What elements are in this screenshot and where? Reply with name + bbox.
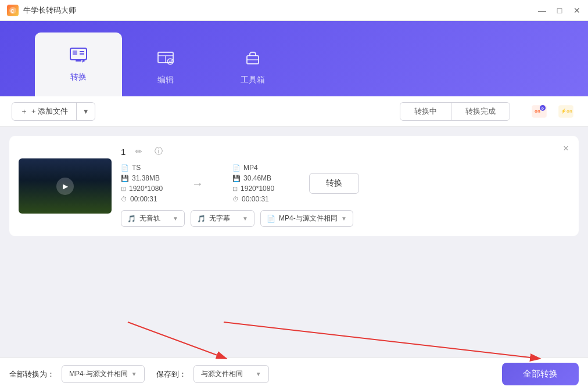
tab-edit-label: 编辑 <box>157 75 174 85</box>
out-res-icon: ⊡ <box>232 185 238 193</box>
audio-arrow: ▼ <box>173 215 178 222</box>
file-info-area: 1 ✏ ⓘ 📄 TS 💾 31.38MB ⊡ <box>121 145 569 227</box>
convert-all-button[interactable]: 全部转换 <box>502 363 579 385</box>
source-duration: ⏱ 00:00:31 <box>121 195 163 203</box>
tab-toolbox-label: 工具箱 <box>241 75 265 85</box>
audio-track-select[interactable]: 🎵 无音轨 ▼ <box>121 210 185 227</box>
bottom-bar: 全部转换为： MP4-与源文件相同 ▼ 保存到： 与源文件相同 ▼ 全部转换 <box>0 358 588 390</box>
direction-arrow: → <box>192 177 203 190</box>
toolbar: ＋ + 添加文件 ▼ 转换中 转换完成 on ⚙ ⚡on <box>0 96 588 127</box>
toolbar-right: on ⚙ ⚡on <box>529 101 576 122</box>
add-file-dropdown-arrow[interactable]: ▼ <box>77 103 95 120</box>
source-format: 📄 TS <box>121 164 163 172</box>
arrow-block: → <box>186 177 209 190</box>
maximize-button[interactable]: □ <box>555 6 564 15</box>
output-name-select[interactable]: 📄 MP4-与源文件相同 ▼ <box>260 210 353 227</box>
single-convert-button[interactable]: 转换 <box>309 173 359 194</box>
app-title: 牛学长转码大师 <box>23 5 76 16</box>
tab-converted[interactable]: 转换完成 <box>451 103 510 120</box>
svg-text:⚙: ⚙ <box>541 107 544 110</box>
svg-point-7 <box>167 59 173 64</box>
source-meta: 📄 TS 💾 31.38MB ⊡ 1920*1080 ⏱ 00:00:31 <box>121 164 163 203</box>
svg-text:on: on <box>535 109 540 114</box>
output-duration: ⏱ 00:00:31 <box>232 195 274 203</box>
play-button[interactable]: ▶ <box>56 178 74 195</box>
output-meta: 📄 MP4 💾 30.46MB ⊡ 1920*1080 ⏱ 00:00:31 <box>232 164 274 203</box>
save-label: 保存到： <box>156 369 187 380</box>
schedule-icon-btn[interactable]: on ⚙ <box>529 101 550 122</box>
file-meta-row: 📄 TS 💾 31.38MB ⊡ 1920*1080 ⏱ 00:00:31 <box>121 164 569 203</box>
output-file-icon: 📄 <box>267 215 275 223</box>
tab-edit[interactable]: 编辑 <box>122 38 209 96</box>
minimize-button[interactable]: — <box>538 6 546 15</box>
svg-text:C: C <box>10 8 15 14</box>
out-dur-icon: ⏱ <box>232 196 239 203</box>
status-tab-group: 转换中 转换完成 <box>400 102 510 121</box>
title-bar-left: C 牛学长转码大师 <box>7 5 76 16</box>
audio-icon: 🎵 <box>127 215 136 223</box>
title-bar-controls: — □ ✕ <box>538 6 581 15</box>
add-file-button[interactable]: ＋ + 添加文件 ▼ <box>12 102 95 121</box>
close-button[interactable]: ✕ <box>573 6 581 15</box>
toolbox-icon <box>243 50 262 70</box>
res-icon: ⊡ <box>121 185 126 193</box>
dur-icon: ⏱ <box>121 196 127 203</box>
app-logo: C <box>7 5 19 16</box>
convert-icon <box>69 47 88 67</box>
format-arrow: ▼ <box>131 371 137 377</box>
file-card: ▶ 1 ✏ ⓘ 📄 TS 💾 31.38MB <box>9 136 579 236</box>
plus-icon: ＋ <box>20 106 28 117</box>
header-nav: 转换 编辑 工具箱 <box>0 21 588 96</box>
tab-toolbox[interactable]: 工具箱 <box>209 38 296 96</box>
save-arrow: ▼ <box>256 371 261 377</box>
file-info-header: 1 ✏ ⓘ <box>121 145 569 158</box>
tab-convert[interactable]: 转换 <box>35 32 122 96</box>
close-card-button[interactable]: × <box>560 143 572 154</box>
size-icon: 💾 <box>121 175 129 182</box>
subtitle-select[interactable]: 🎵 无字幕 ▼ <box>191 210 254 227</box>
edit-file-icon[interactable]: ✏ <box>132 145 145 158</box>
save-path-select[interactable]: 与源文件相同 ▼ <box>193 365 269 383</box>
subtitle-icon: 🎵 <box>197 215 206 223</box>
out-size-icon: 💾 <box>232 175 241 182</box>
main-content: ▶ 1 ✏ ⓘ 📄 TS 💾 31.38MB <box>0 127 588 358</box>
output-resolution: ⊡ 1920*1080 <box>232 185 274 193</box>
file-dropdowns: 🎵 无音轨 ▼ 🎵 无字幕 ▼ 📄 MP4-与源文件相同 ▼ <box>121 210 569 227</box>
title-bar: C 牛学长转码大师 — □ ✕ <box>0 0 588 21</box>
add-file-main[interactable]: ＋ + 添加文件 <box>12 103 77 120</box>
file-thumbnail[interactable]: ▶ <box>19 158 112 214</box>
tab-converting[interactable]: 转换中 <box>400 103 451 120</box>
convert-all-format-select[interactable]: MP4-与源文件相同 ▼ <box>62 365 145 383</box>
info-file-icon[interactable]: ⓘ <box>152 145 165 158</box>
source-size: 💾 31.38MB <box>121 174 163 182</box>
convert-all-label: 全部转换为： <box>9 369 55 380</box>
output-format: 📄 MP4 <box>232 164 274 172</box>
svg-rect-3 <box>73 50 77 55</box>
file-number: 1 <box>121 147 126 157</box>
output-size: 💾 30.46MB <box>232 174 274 182</box>
speed-icon-btn[interactable]: ⚡on <box>555 101 576 122</box>
tab-convert-label: 转换 <box>70 72 87 82</box>
file-icon: 📄 <box>121 164 129 172</box>
subtitle-arrow: ▼ <box>242 215 248 222</box>
add-file-label: + 添加文件 <box>31 106 68 117</box>
output-name-arrow: ▼ <box>341 215 347 222</box>
edit-icon <box>156 50 175 70</box>
source-resolution: ⊡ 1920*1080 <box>121 185 163 193</box>
out-file-icon: 📄 <box>232 164 241 172</box>
svg-text:⚡on: ⚡on <box>561 108 572 114</box>
